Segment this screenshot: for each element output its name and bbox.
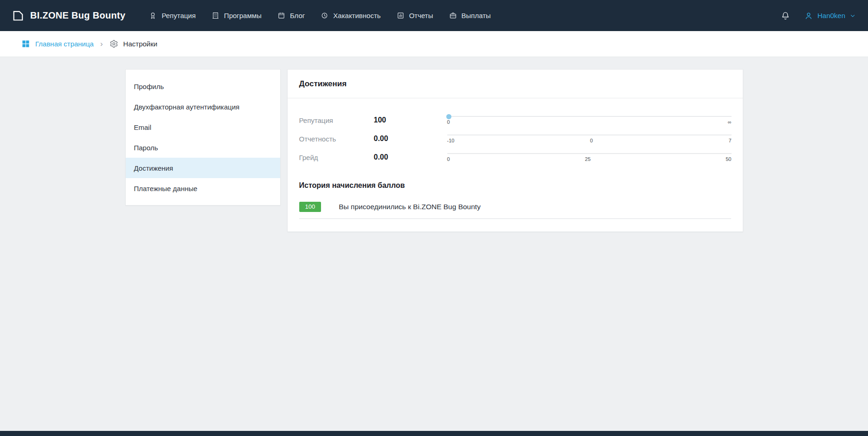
nav-label: Программы: [224, 12, 262, 19]
nav-label: Отчеты: [409, 12, 433, 19]
history-entry-text: Вы присоединились к Bi.ZONE Bug Bounty: [339, 203, 481, 211]
metric-label: Репутация: [299, 116, 374, 124]
username: Han0ken: [817, 12, 845, 19]
nav-item-reports[interactable]: Отчеты: [389, 0, 441, 31]
dashboard-grid-icon: [21, 39, 30, 48]
metric-value: 0.00: [374, 153, 447, 161]
user-menu[interactable]: Han0ken: [804, 11, 856, 20]
menu-item-password[interactable]: Пароль: [126, 137, 280, 158]
menu-item-profile[interactable]: Профиль: [126, 76, 280, 96]
scale-mid: [587, 119, 590, 125]
metrics-list: Репутация 100 0 ∞ Отчетность 0.00: [288, 98, 743, 171]
main-nav: Репутация Программы Блог: [141, 0, 498, 31]
gear-icon: [109, 39, 118, 48]
scale-mid: 0: [590, 138, 593, 143]
breadcrumb-current: Настройки: [109, 39, 158, 48]
slider-track: [447, 116, 732, 117]
nav-item-blog[interactable]: Блог: [270, 0, 313, 31]
footer-strip: [0, 431, 868, 436]
menu-item-email[interactable]: Email: [126, 117, 280, 137]
slider-scale: -10 0 7: [447, 138, 732, 143]
achievements-panel: Достижения Репутация 100 0 ∞ Отчетн: [287, 69, 743, 232]
breadcrumb-home-label: Главная страница: [35, 40, 94, 48]
building-icon: [212, 12, 219, 19]
grade-slider: 0 25 50: [447, 153, 732, 162]
reputation-slider: 0 ∞: [447, 116, 732, 125]
metric-value: 0.00: [374, 135, 447, 143]
scale-min: 0: [447, 119, 450, 125]
nav-item-programs[interactable]: Программы: [204, 0, 270, 31]
scale-min: -10: [447, 138, 455, 143]
nav-item-payouts[interactable]: Выплаты: [441, 0, 499, 31]
points-badge: 100: [299, 202, 321, 212]
brand[interactable]: BI.ZONE Bug Bounty: [12, 10, 125, 22]
metric-value: 100: [374, 116, 447, 124]
nav-label: Хакактивность: [333, 12, 380, 19]
nav-item-reputation[interactable]: Репутация: [141, 0, 203, 31]
metric-row-reputation: Репутация 100 0 ∞: [299, 111, 732, 129]
metric-label: Отчетность: [299, 135, 374, 143]
chevron-down-icon: [849, 13, 856, 19]
nav-label: Выплаты: [462, 12, 491, 19]
menu-item-achievements[interactable]: Достижения: [126, 158, 280, 178]
settings-page: Профиль Двухфакторная аутентификация Ema…: [0, 69, 868, 232]
breadcrumb-separator-icon: ›: [100, 39, 103, 49]
nav-label: Репутация: [161, 12, 195, 19]
reputation-medal-icon: [149, 12, 157, 19]
breadcrumb-home-link[interactable]: Главная страница: [21, 39, 94, 48]
panel-title: Достижения: [288, 70, 743, 98]
history-title: История начисления баллов: [288, 171, 743, 197]
slider-scale: 0 25 50: [447, 156, 732, 162]
metric-row-reporting: Отчетность 0.00 -10 0 7: [299, 129, 732, 148]
history-clock-icon: [321, 12, 328, 19]
metric-label: Грейд: [299, 154, 374, 161]
navbar-right: Han0ken: [781, 11, 856, 20]
bizone-logo-icon: [12, 10, 24, 22]
scale-max: ∞: [728, 119, 732, 125]
scale-max: 50: [726, 156, 731, 162]
bar-chart-icon: [397, 12, 405, 19]
breadcrumb-current-label: Настройки: [123, 40, 158, 48]
brand-title: BI.ZONE Bug Bounty: [30, 10, 125, 21]
breadcrumb: Главная страница › Настройки: [0, 31, 868, 57]
scale-max: 7: [728, 138, 731, 143]
settings-menu: Профиль Двухфакторная аутентификация Ema…: [125, 69, 281, 205]
nav-label: Блог: [290, 12, 305, 19]
slider-scale: 0 ∞: [447, 119, 732, 125]
scale-mid: 25: [585, 156, 591, 162]
calendar-icon: [277, 12, 285, 19]
notifications-bell-icon[interactable]: [781, 11, 790, 20]
history-entry: 100 Вы присоединились к Bi.ZONE Bug Boun…: [299, 197, 731, 219]
nav-item-hackactivity[interactable]: Хакактивность: [313, 0, 388, 31]
slider-handle: [446, 114, 451, 119]
reporting-slider: -10 0 7: [447, 135, 732, 143]
top-navbar: BI.ZONE Bug Bounty Репутация Программы: [0, 0, 868, 31]
menu-item-two-factor[interactable]: Двухфакторная аутентификация: [126, 96, 280, 117]
metric-row-grade: Грейд 0.00 0 25 50: [299, 148, 732, 167]
briefcase-icon: [449, 12, 457, 19]
menu-item-payment-details[interactable]: Платежные данные: [126, 178, 280, 199]
scale-min: 0: [447, 156, 450, 162]
slider-track: [447, 135, 732, 135]
user-avatar-icon: [804, 11, 813, 20]
slider-track: [447, 153, 732, 154]
